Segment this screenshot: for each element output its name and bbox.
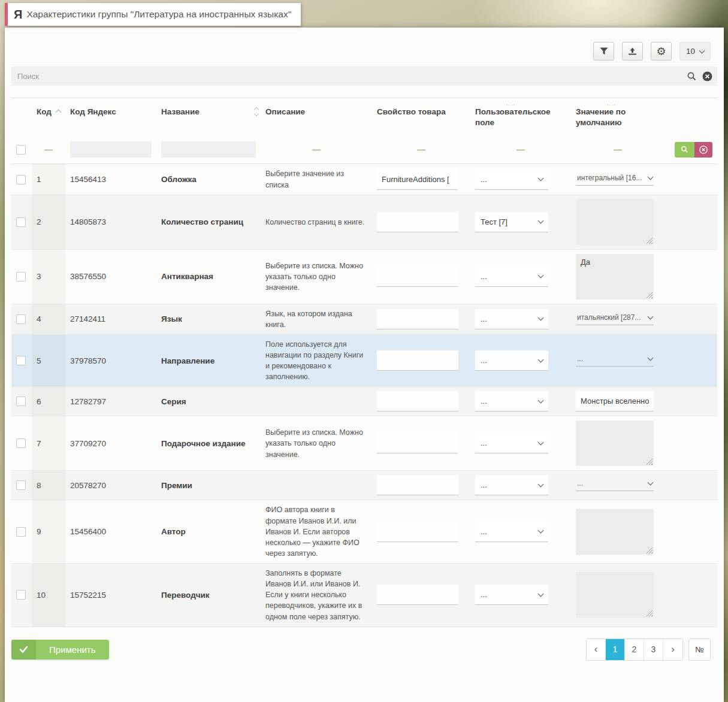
filter-dash: — — [44, 145, 53, 155]
description-cell: ФИО автора книги в формате Иванов И.И. и… — [261, 500, 372, 563]
product-property-input[interactable] — [377, 212, 458, 232]
product-property-input[interactable] — [377, 391, 458, 411]
user-field-cell: ... — [470, 416, 571, 470]
user-field-select[interactable]: ... — [475, 309, 548, 329]
chevron-down-icon — [538, 176, 544, 181]
chevron-down-icon — [648, 355, 654, 361]
column-header-yandex-code[interactable]: Код Яндекс — [65, 98, 156, 135]
clear-filter-button[interactable] — [694, 142, 712, 158]
product-property-input[interactable] — [377, 585, 458, 605]
row-checkbox[interactable] — [16, 175, 26, 184]
user-field-select[interactable]: ... — [475, 522, 548, 542]
product-property-input[interactable] — [377, 170, 458, 190]
user-field-cell: ... — [470, 304, 571, 334]
filter-row: — — — — — — [11, 135, 717, 164]
sort-ascending-icon — [56, 108, 61, 114]
default-value-dropdown[interactable]: ... — [576, 479, 654, 491]
default-value-textarea[interactable] — [576, 572, 654, 618]
pager-page-2[interactable]: 2 — [625, 639, 644, 660]
default-value-dropdown[interactable]: интегральный [16... — [576, 174, 654, 186]
column-header-user-field[interactable]: ←→ Пользовательское поле — [470, 98, 571, 135]
pagination: ‹123› — [586, 639, 683, 661]
resize-grip-icon[interactable] — [646, 458, 653, 465]
yandex-code-cell: 37709270 — [65, 416, 156, 470]
window-tab[interactable]: Я Характеристики группы "Литература на и… — [5, 3, 301, 26]
search-icon[interactable] — [687, 71, 697, 81]
user-field-select[interactable]: ... — [475, 170, 548, 190]
name-cell: Обложка — [156, 164, 261, 194]
default-value-dropdown[interactable]: итальянский [287... — [576, 313, 654, 325]
filter-yandex-code-input[interactable] — [70, 141, 152, 158]
user-field-select[interactable]: ... — [475, 391, 548, 411]
apply-button[interactable]: Применить — [11, 640, 109, 659]
user-field-select[interactable]: ... — [475, 475, 548, 495]
column-header-product-property[interactable]: Свойство товара — [372, 98, 470, 135]
pager-page-1[interactable]: 1 — [606, 639, 625, 660]
column-header-default-value[interactable]: ←→ Значение по умолчанию — [571, 98, 664, 135]
product-property-cell — [372, 250, 470, 304]
pager-prev-button[interactable]: ‹ — [587, 639, 606, 660]
page-size-select[interactable]: 10 — [679, 42, 711, 60]
description-cell: Язык, на котором издана книга. — [261, 304, 372, 334]
user-field-select[interactable]: ... — [475, 585, 548, 605]
row-checkbox[interactable] — [16, 217, 26, 227]
pager-page-3[interactable]: 3 — [644, 639, 663, 660]
user-field-select[interactable]: ... — [475, 350, 548, 371]
resize-grip-icon[interactable] — [646, 237, 653, 244]
product-property-input[interactable] — [377, 522, 458, 542]
resize-grip-icon[interactable] — [646, 292, 653, 298]
default-value-cell — [571, 416, 664, 470]
product-property-input[interactable] — [377, 433, 458, 453]
chevron-down-icon — [648, 480, 654, 486]
product-property-input[interactable] — [377, 350, 458, 371]
column-resize-icon[interactable]: ←→ — [606, 100, 615, 108]
default-value-cell: ... — [571, 471, 664, 500]
row-checkbox[interactable] — [16, 480, 26, 490]
product-property-input[interactable] — [377, 475, 458, 495]
filter-button[interactable] — [593, 42, 614, 60]
name-cell: Подарочное издание — [156, 416, 261, 470]
product-property-input[interactable] — [377, 309, 458, 329]
resize-grip-icon[interactable] — [646, 547, 653, 553]
default-value-input[interactable] — [576, 391, 654, 411]
settings-button[interactable]: ⚙ — [651, 42, 672, 60]
product-property-input[interactable] — [377, 267, 458, 287]
default-value-cell: Да — [571, 250, 664, 304]
product-property-cell — [372, 335, 470, 387]
default-value-dropdown[interactable]: ... — [576, 355, 654, 367]
row-checkbox[interactable] — [16, 590, 26, 600]
yandex-code-cell: 38576550 — [65, 250, 156, 304]
row-checkbox[interactable] — [16, 438, 26, 448]
search-input[interactable] — [11, 66, 717, 86]
resize-grip-icon[interactable] — [646, 610, 653, 616]
user-field-select[interactable]: ... — [475, 433, 548, 453]
product-property-cell — [372, 471, 470, 500]
select-all-checkbox[interactable] — [16, 145, 26, 155]
default-value-textarea[interactable]: Да — [576, 254, 654, 299]
row-checkbox[interactable] — [16, 356, 26, 365]
page-number-button[interactable]: № — [688, 639, 711, 661]
row-checkbox[interactable] — [16, 272, 26, 282]
description-cell: Выберите из списка. Можно указать только… — [261, 250, 372, 304]
product-property-cell — [372, 564, 470, 627]
row-checkbox[interactable] — [16, 397, 26, 406]
column-header-name[interactable]: Название — [156, 98, 261, 135]
default-value-textarea[interactable] — [576, 420, 654, 466]
code-cell: 2 — [32, 195, 65, 249]
default-value-textarea[interactable] — [576, 509, 654, 555]
clear-search-icon[interactable] — [702, 71, 712, 81]
filter-name-input[interactable] — [161, 141, 256, 158]
user-field-select[interactable]: Тест [7] — [475, 212, 548, 232]
table-row: 2 14805873 Количество страниц Количество… — [11, 195, 717, 250]
user-field-select[interactable]: ... — [475, 267, 548, 287]
row-checkbox[interactable] — [16, 527, 26, 537]
default-value-textarea[interactable] — [576, 199, 654, 245]
pager-next-button[interactable]: › — [663, 639, 682, 660]
column-header-description[interactable]: Описание — [261, 98, 372, 135]
column-header-code[interactable]: Код — [32, 98, 65, 135]
column-resize-icon[interactable]: ←→ — [505, 100, 515, 108]
name-cell: Направление — [156, 335, 261, 387]
export-button[interactable] — [622, 42, 643, 60]
row-checkbox[interactable] — [16, 314, 26, 324]
apply-filter-button[interactable] — [675, 142, 694, 158]
